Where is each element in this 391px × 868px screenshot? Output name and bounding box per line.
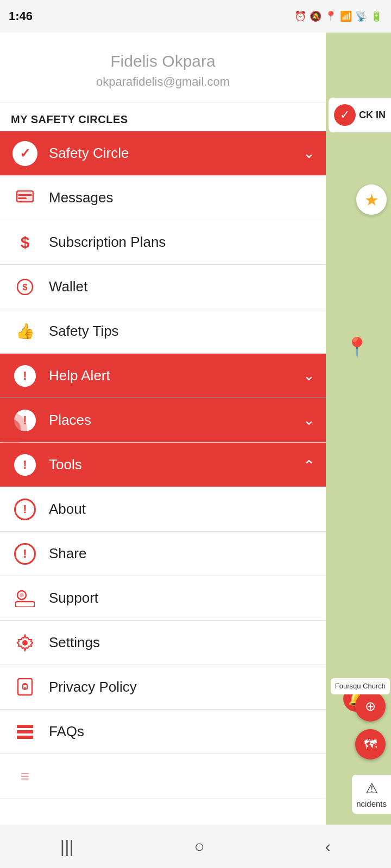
help-alert-icon: ! <box>11 362 39 390</box>
messages-label: Messages <box>49 189 315 206</box>
about-icon: ! <box>11 495 39 524</box>
sidebar-item-support[interactable]: Support <box>0 576 326 621</box>
sidebar-item-tools[interactable]: ! Tools ⌄ <box>0 443 326 487</box>
map-controls: ⊕ 🗺 <box>355 691 386 760</box>
places-chevron-icon: ⌄ <box>303 412 315 429</box>
incidents-label: ncidents <box>356 799 387 808</box>
svg-point-9 <box>22 640 28 646</box>
support-label: Support <box>49 590 315 607</box>
check-in-button[interactable]: ✓ CK IN <box>329 98 391 132</box>
check-icon: ✓ <box>12 141 37 166</box>
svg-rect-1 <box>17 192 33 201</box>
map-overlay: ✓ CK IN ★ 📍 🔔 ← ⊕ 🗺 Foursqu Church ⚠ nci… <box>321 33 391 868</box>
pulse-inner <box>1 419 21 438</box>
favorite-button[interactable]: ★ <box>356 184 387 215</box>
alarm-icon: ⏰ <box>294 10 306 22</box>
svg-rect-3 <box>18 197 27 199</box>
nav-menu-button[interactable]: ||| <box>49 831 85 862</box>
mute-icon: 🔕 <box>310 10 321 22</box>
map-view-button[interactable]: 🗺 <box>355 729 386 760</box>
foursquare-label: Foursqu Church <box>331 678 390 694</box>
messages-icon <box>11 184 39 212</box>
settings-icon <box>11 629 39 657</box>
signal-icon: 📡 <box>355 10 367 22</box>
sidebar-item-places[interactable]: ! Places ⌄ <box>0 398 326 443</box>
sidebar-item-faqs[interactable]: FAQs <box>0 710 326 754</box>
sidebar-item-safety-circle[interactable]: ✓ Safety Circle ⌄ <box>0 131 326 176</box>
profile-name: Fidelis Okpara <box>11 52 315 71</box>
svg-text:$: $ <box>23 283 28 292</box>
svg-rect-14 <box>17 736 33 739</box>
safety-circle-label: Safety Circle <box>49 145 303 162</box>
support-icon <box>11 584 39 612</box>
faqs-label: FAQs <box>49 723 315 740</box>
wifi-icon: 📶 <box>340 10 352 22</box>
sidebar-item-wallet[interactable]: $ Wallet <box>0 265 326 309</box>
profile-email: okparafidelis@gmail.com <box>11 75 315 89</box>
wallet-icon: $ <box>11 273 39 301</box>
help-alert-chevron-icon: ⌄ <box>303 367 315 384</box>
svg-rect-12 <box>17 725 33 728</box>
status-bar: 1:46 ⏰ 🔕 📍 📶 📡 🔋 <box>0 0 391 33</box>
check-in-label: CK IN <box>359 110 386 121</box>
subscription-icon: $ <box>11 228 39 257</box>
about-label: About <box>49 501 315 518</box>
places-label: Places <box>49 412 303 429</box>
privacy-label: Privacy Policy <box>49 679 315 695</box>
tools-icon: ! <box>11 451 39 479</box>
section-label: MY SAFETY CIRCLES <box>0 103 326 131</box>
incidents-button[interactable]: ⚠ ncidents <box>352 775 391 814</box>
help-alert-label: Help Alert <box>49 367 303 384</box>
safety-circle-icon: ✓ <box>11 139 39 168</box>
nav-back-button[interactable]: ‹ <box>314 831 342 862</box>
battery-icon: 🔋 <box>370 10 382 22</box>
safety-tips-label: Safety Tips <box>49 323 315 340</box>
chevron-down-icon: ⌄ <box>303 145 315 162</box>
svg-point-7 <box>20 593 24 597</box>
sidebar-item-more[interactable]: ≡ <box>0 754 326 799</box>
privacy-icon <box>11 673 39 701</box>
sidebar-item-share[interactable]: ! Share <box>0 532 326 576</box>
location-target-button[interactable]: ⊕ <box>355 691 386 722</box>
share-icon: ! <box>11 540 39 568</box>
svg-rect-8 <box>15 602 35 607</box>
more-icon: ≡ <box>11 762 39 790</box>
android-nav-bar: ||| ○ ‹ <box>0 825 391 868</box>
sidebar-item-settings[interactable]: Settings <box>0 621 326 665</box>
check-circle-icon: ✓ <box>334 104 356 126</box>
tools-label: Tools <box>49 456 303 473</box>
profile-section: Fidelis Okpara okparafidelis@gmail.com <box>0 33 326 103</box>
sidebar-item-subscription-plans[interactable]: $ Subscription Plans <box>0 220 326 265</box>
settings-label: Settings <box>49 634 315 651</box>
svg-rect-13 <box>17 730 33 733</box>
sidebar-item-messages[interactable]: Messages <box>0 176 326 220</box>
wallet-label: Wallet <box>49 278 315 295</box>
status-icons: ⏰ 🔕 📍 📶 📡 🔋 <box>294 10 382 22</box>
faqs-icon <box>11 718 39 746</box>
sidebar-item-about[interactable]: ! About <box>0 487 326 532</box>
subscription-label: Subscription Plans <box>49 234 315 251</box>
tools-chevron-icon: ⌄ <box>303 456 315 473</box>
map-pin: 📍 <box>345 336 369 359</box>
svg-rect-2 <box>18 194 32 196</box>
safety-tips-icon: 👍 <box>11 317 39 346</box>
navigation-drawer: Fidelis Okpara okparafidelis@gmail.com M… <box>0 33 326 868</box>
location-icon: 📍 <box>325 10 337 22</box>
star-icon: ★ <box>364 190 379 209</box>
sidebar-item-safety-tips[interactable]: 👍 Safety Tips <box>0 309 326 354</box>
incidents-icon: ⚠ <box>365 780 378 797</box>
nav-home-button[interactable]: ○ <box>183 831 215 862</box>
sidebar-item-help-alert[interactable]: ! Help Alert ⌄ <box>0 354 326 398</box>
sidebar-item-privacy-policy[interactable]: Privacy Policy <box>0 665 326 710</box>
share-label: Share <box>49 545 315 562</box>
status-time: 1:46 <box>9 9 33 23</box>
